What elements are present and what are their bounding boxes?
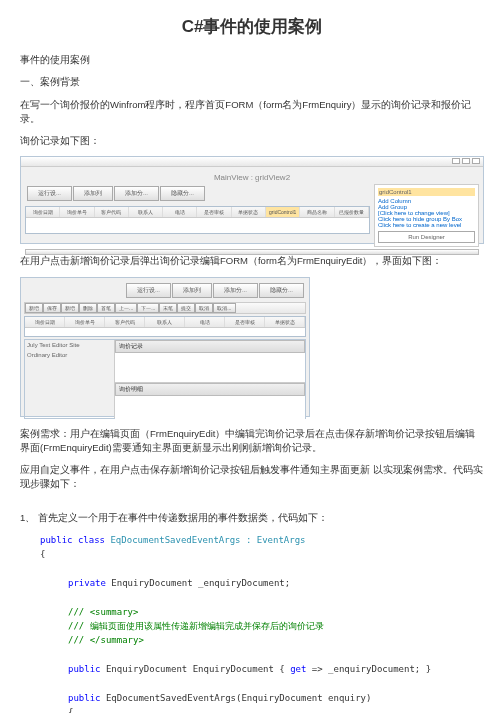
btn[interactable]: 下一...	[137, 303, 159, 313]
btn[interactable]: 取消...	[213, 303, 235, 313]
grid-column: 单据状态	[232, 207, 266, 217]
grid-column: 是否审核	[197, 207, 231, 217]
tree-item[interactable]: July Text Editor Site	[25, 340, 114, 350]
btn[interactable]: 删除	[79, 303, 97, 313]
btn[interactable]: 首笔	[97, 303, 115, 313]
page-title: C#事件的使用案例	[20, 15, 484, 38]
grid-column: 电话	[163, 207, 197, 217]
grid-column: 询价日期	[26, 207, 60, 217]
screenshot-frmenquiry: MainView : gridView2 运行设... 添加列 添加分... 隐…	[20, 156, 484, 244]
grid-column: 客户代码	[105, 317, 145, 327]
paragraph: 应用自定义事件，在用户点击保存新增询价记录按钮后触发事件通知主界面更新 以实现案…	[20, 463, 484, 492]
grid-column: 商品名称	[300, 207, 334, 217]
view-title: MainView : gridView2	[25, 171, 479, 184]
toolbar: 运行设... 添加列 添加分... 隐藏分...	[25, 184, 370, 203]
grid-column: 询价单号	[65, 317, 105, 327]
grid-column: 电话	[185, 317, 225, 327]
section-heading: 一、案例背景	[20, 75, 484, 89]
btn[interactable]: 新增	[61, 303, 79, 313]
toolbar-button[interactable]: 运行设...	[126, 283, 171, 298]
section-label: 询价记录	[115, 340, 305, 353]
btn[interactable]: 取消	[195, 303, 213, 313]
paragraph: 询价记录如下图：	[20, 134, 484, 148]
btn[interactable]: 末笔	[159, 303, 177, 313]
code-block-1: public class EqDocumentSavedEventArgs : …	[20, 533, 484, 713]
btn[interactable]: 新增	[25, 303, 43, 313]
grid-main: 询价日期 询价单号 客户代码 联系人 电话 是否审核 单据状态 gridCont…	[25, 206, 370, 234]
step-heading: 1、 首先定义一个用于在事件中传递数据用的事件数据类，代码如下：	[20, 511, 484, 525]
btn[interactable]: 保存	[43, 303, 61, 313]
designer-panel: gridControl1 Add Column Add Group [Click…	[374, 184, 479, 247]
grid-column: gridControl1	[266, 207, 300, 217]
run-designer-button[interactable]: Run Designer	[378, 231, 475, 243]
toolbar-button[interactable]: 添加列	[73, 186, 113, 201]
btn[interactable]: 上一...	[115, 303, 137, 313]
right-panel: 询价记录 询价明细	[115, 340, 305, 418]
left-panel: July Text Editor Site Ordinary Editor	[25, 340, 115, 418]
paging-bar	[25, 249, 479, 255]
grid-column: 联系人	[129, 207, 163, 217]
toolbar-button[interactable]: 添加分...	[213, 283, 258, 298]
toolbar-button[interactable]: 添加列	[172, 283, 212, 298]
designer-link[interactable]: Click here to create a new level	[378, 222, 475, 228]
window-titlebar	[21, 157, 483, 167]
section-label: 询价明细	[115, 383, 305, 396]
paragraph: 案例需求：用户在编辑页面（FrmEnquiryEdit）中编辑完询价记录后在点击…	[20, 427, 484, 456]
grid-column: 联系人	[145, 317, 185, 327]
screenshot-frmenquiryedit: 运行设... 添加列 添加分... 隐藏分... 新增 保存 新增 删除 首笔 …	[20, 277, 310, 417]
panel-label: gridControl1	[378, 188, 475, 196]
grid-column: 是否审核	[225, 317, 265, 327]
grid-column: 客户代码	[95, 207, 129, 217]
grid-column: 询价日期	[25, 317, 65, 327]
toolbar-button[interactable]: 添加分...	[114, 186, 159, 201]
grid-edit-top: 询价日期 询价单号 客户代码 联系人 电话 是否审核 单据状态	[24, 316, 306, 337]
grid-column: 已报价数量	[335, 207, 369, 217]
toolbar-button[interactable]: 隐藏分...	[160, 186, 205, 201]
paragraph: 在写一个询价报价的Winfrom程序时，程序首页FORM（form名为FrmEn…	[20, 98, 484, 127]
tree-item[interactable]: Ordinary Editor	[25, 350, 114, 360]
grid-column: 单据状态	[265, 317, 305, 327]
toolbar-button[interactable]: 运行设...	[27, 186, 72, 201]
toolbar-button[interactable]: 隐藏分...	[259, 283, 304, 298]
grid-column: 询价单号	[60, 207, 94, 217]
btn[interactable]: 提交	[177, 303, 195, 313]
paragraph: 事件的使用案例	[20, 53, 484, 67]
